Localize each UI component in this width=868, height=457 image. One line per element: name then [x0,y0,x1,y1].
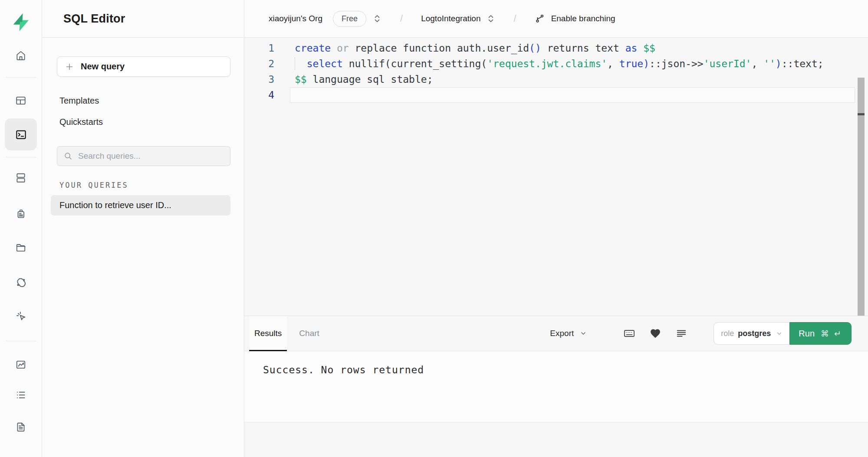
plan-badge[interactable]: Free [333,11,366,27]
run-label: Run [799,329,815,339]
keyboard-icon [623,327,635,339]
run-button[interactable]: Run ⌘ ↵ [789,322,852,345]
sql-code-editor[interactable]: 1create or replace function auth.user_id… [244,38,868,316]
page-title: SQL Editor [63,12,125,26]
chevron-down-icon [580,330,587,337]
text-lines-icon [676,328,687,339]
project-name[interactable]: LogtoIntegration [421,14,480,23]
org-switcher-chevron-icon[interactable] [373,14,381,23]
role-value: postgres [738,329,771,338]
keyboard-shortcuts-button[interactable] [621,325,638,342]
chevron-down-icon [776,330,783,337]
nav-table-editor-icon[interactable] [11,91,30,110]
favorite-button[interactable] [647,325,664,342]
code-line-3[interactable]: 3$$ language sql stable; [244,72,868,87]
git-branch-icon [535,13,545,24]
supabase-sql-editor-window: SQL Editor New query Templates Quickstar… [0,0,868,457]
nav-authentication-icon[interactable] [11,204,30,223]
breadcrumb-separator: / [400,13,403,24]
format-sql-button[interactable] [673,325,690,342]
new-query-label: New query [81,62,125,72]
indent-guide [295,57,295,70]
main-panel: xiaoyijun's Org Free / LogtoIntegration … [244,0,868,457]
code-content[interactable]: select nullif(current_setting('request.j… [290,56,855,72]
nav-edge-functions-icon[interactable] [11,273,30,292]
code-content[interactable]: $$ language sql stable; [290,72,855,87]
export-button[interactable]: Export [550,329,587,338]
rail-divider [6,77,36,78]
enable-branching-label: Enable branching [551,14,615,23]
role-selector[interactable]: role postgres [713,322,789,345]
run-shortcut-hint: ⌘ ↵ [821,329,842,338]
sql-editor-sidebar: SQL Editor New query Templates Quickstar… [42,0,244,457]
project-switcher-chevron-icon[interactable] [487,14,495,23]
query-item-label: Function to retrieve user ID... [59,200,171,210]
code-line-1[interactable]: 1create or replace function auth.user_id… [244,40,868,56]
your-queries-section-label: YOUR QUERIES [59,181,128,189]
results-output-area: Success. No rows returned [244,351,868,422]
code-lines: 1create or replace function auth.user_id… [244,40,868,103]
export-label: Export [550,329,574,338]
breadcrumb-separator: / [514,13,516,24]
rail-divider [6,341,36,341]
tab-results[interactable]: Results [249,316,287,351]
search-icon [63,151,73,161]
sidebar-item-quickstarts[interactable]: Quickstarts [59,117,103,127]
nav-reports-icon[interactable] [11,355,30,374]
role-label: role [721,329,734,338]
run-control-group: role postgres Run ⌘ ↵ [713,322,852,345]
query-list-item-selected[interactable]: Function to retrieve user ID... [51,195,230,215]
query-status-message: Success. No rows returned [263,364,868,375]
nav-sql-editor-icon[interactable] [11,125,30,144]
line-number: 4 [244,87,274,103]
nav-database-icon[interactable] [11,168,30,187]
code-line-4[interactable]: 4 [244,87,868,103]
nav-api-docs-icon[interactable] [11,418,30,437]
code-content[interactable] [290,87,855,103]
supabase-logo-icon[interactable] [11,12,30,32]
line-number: 3 [244,72,274,87]
line-number: 2 [244,56,274,72]
search-queries-box [57,146,230,166]
sidebar-header: SQL Editor [42,0,244,38]
scrollbar-cursor-marker [858,113,865,115]
editor-scrollbar[interactable] [858,78,865,316]
rail-divider [6,157,36,157]
tab-chart[interactable]: Chart [294,316,324,351]
new-query-button[interactable]: New query [57,56,230,77]
heart-icon [650,328,661,339]
code-line-2[interactable]: 2 select nullif(current_setting('request… [244,56,868,72]
sidebar-item-templates[interactable]: Templates [59,96,99,106]
code-content[interactable]: create or replace function auth.user_id(… [290,40,855,56]
results-empty-area [244,422,868,457]
nav-realtime-icon[interactable] [11,307,30,326]
nav-logs-icon[interactable] [11,385,30,405]
search-queries-input[interactable] [78,151,224,161]
line-number: 1 [244,40,274,56]
nav-storage-icon[interactable] [11,238,30,257]
nav-rail [0,0,42,457]
results-toolbar: Results Chart Export [244,316,868,351]
enable-branching-button[interactable]: Enable branching [535,13,615,24]
org-name[interactable]: xiaoyijun's Org [269,14,322,23]
plus-icon [65,62,74,71]
nav-home-icon[interactable] [11,46,30,65]
breadcrumb-bar: xiaoyijun's Org Free / LogtoIntegration … [244,0,868,38]
